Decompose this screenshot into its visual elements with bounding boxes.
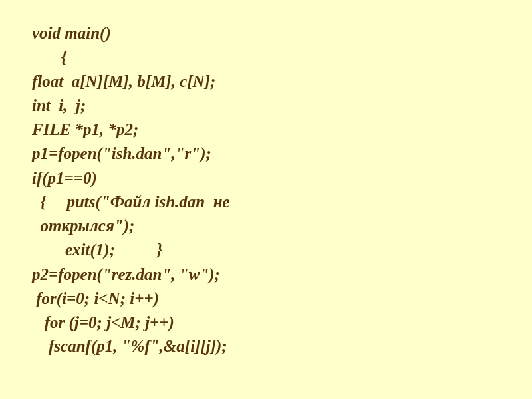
code-line: fscanf(p1, "%f",&a[i][j]); bbox=[32, 334, 512, 358]
code-line: открылся"); bbox=[32, 214, 512, 238]
code-line: void main() bbox=[32, 21, 512, 45]
code-block: void main() { float a[N][M], b[M], c[N];… bbox=[32, 21, 512, 359]
code-line: p2=fopen("rez.dan", "w"); bbox=[32, 263, 512, 287]
code-line: for(i=0; i<N; i++) bbox=[32, 287, 512, 311]
code-line: { puts("Файл ish.dan не bbox=[32, 190, 512, 214]
code-line: int i, j; bbox=[32, 94, 512, 118]
code-line: if(p1==0) bbox=[32, 166, 512, 190]
code-line: FILE *p1, *p2; bbox=[32, 118, 512, 142]
code-line: for (j=0; j<M; j++) bbox=[32, 311, 512, 334]
code-line: exit(1); } bbox=[32, 238, 512, 262]
code-line: { bbox=[32, 45, 512, 69]
code-line: p1=fopen("ish.dan","r"); bbox=[32, 142, 512, 166]
code-line: float a[N][M], b[M], c[N]; bbox=[32, 70, 512, 94]
